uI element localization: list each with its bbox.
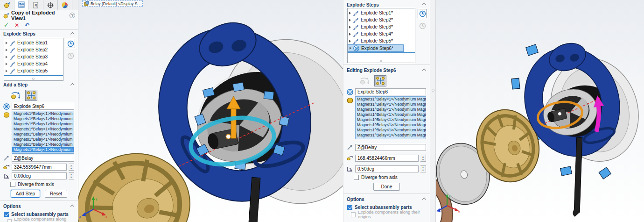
editing-step-section-header[interactable]: Editing Explode Step6 <box>343 66 430 74</box>
components-selection-list[interactable]: Magnets1^Belay<1>/Neodymium Magn Magnets… <box>12 111 74 154</box>
component-item[interactable]: Magnets1^Belay<1>/Neodymium Magn <box>12 116 74 122</box>
expand-arrow-icon[interactable] <box>349 19 351 21</box>
explode-step-row[interactable]: Explode Step3* <box>348 23 415 30</box>
explode-step-row[interactable]: Explode Step2 <box>4 46 63 53</box>
distance-spinner[interactable]: ▲▼ <box>420 155 426 162</box>
diverge-checkbox[interactable] <box>354 175 359 180</box>
left-viewport-canvas[interactable]: y x z <box>78 0 343 222</box>
step-name-input[interactable]: Explode Step6 <box>355 88 426 95</box>
select-subassembly-checkbox[interactable] <box>347 205 352 210</box>
explode-step-row[interactable]: Explode Step2* <box>348 16 415 23</box>
component-item[interactable]: Magnets1^Belay<1>/Neodymium Magn <box>356 128 426 133</box>
explode-steps-list[interactable]: Explode Step1* Explode Step2* Explode St… <box>347 8 415 63</box>
expand-arrow-icon[interactable] <box>6 70 7 72</box>
ok-icon[interactable]: ✓ <box>4 21 9 29</box>
splitter-handle-icon[interactable] <box>432 89 434 92</box>
distance-row: 324.55396477mm ▲▼ <box>0 163 78 172</box>
tab-exploded-view[interactable] <box>0 0 14 10</box>
distance-spinner[interactable]: ▲▼ <box>69 164 74 171</box>
select-subassembly-checkbox[interactable] <box>4 212 9 217</box>
angle-input[interactable]: 0.00deg <box>12 172 67 179</box>
insertion-line <box>348 52 415 53</box>
component-item[interactable]: Magnets1^Belay<1>/Neodymium Magn <box>356 107 426 112</box>
collapse-chevron-icon <box>70 83 74 86</box>
component-item[interactable]: Magnets1^Belay<1>/Neodymium Magn <box>356 117 426 122</box>
assembly-icon <box>84 1 89 6</box>
component-item[interactable]: Magnets1^Belay<1>/Neodymium Magn <box>12 137 74 142</box>
component-item[interactable]: Magnets1^Belay<1>/Neodymium Magn <box>12 142 74 147</box>
tab-configurations[interactable]: R <box>29 0 43 10</box>
component-item[interactable]: Magnets1^Belay<1>/Neodymium Magn <box>356 97 426 102</box>
explode-step-row[interactable]: Explode Step5* <box>348 37 415 44</box>
svg-text:z: z <box>79 215 81 218</box>
explode-step-row[interactable]: Explode Step4* <box>348 30 415 37</box>
explode-step-row[interactable]: Explode Step1 <box>4 39 63 46</box>
explode-step-stairs-icon <box>353 24 359 30</box>
radial-step-button[interactable] <box>25 90 37 101</box>
reset-button[interactable]: Reset <box>45 190 67 198</box>
diverge-from-axis-row[interactable]: Diverge from axis <box>0 180 78 188</box>
left-3d-viewport[interactable]: Belay (Default) <Display S... <box>78 0 343 222</box>
explode-step-row[interactable]: Explode Step4 <box>4 60 63 67</box>
component-item[interactable]: Magnets1^Belay<1>/Neodymium Magn <box>12 127 74 132</box>
explode-step-row[interactable]: Explode Step3 <box>4 53 63 60</box>
expand-arrow-icon[interactable] <box>6 49 7 51</box>
angle-input[interactable]: 0.50deg <box>355 165 419 172</box>
step-name-input[interactable]: Explode Step6 <box>12 103 74 110</box>
tab-dimxpert[interactable] <box>43 0 58 10</box>
component-item[interactable]: Magnets1^Belay<1>/Neodymium Magn <box>12 111 74 116</box>
reuse-step-button[interactable] <box>66 39 75 48</box>
direction-input[interactable]: Z@Belay <box>12 155 74 162</box>
tab-property-manager[interactable] <box>14 0 29 10</box>
expand-arrow-icon[interactable] <box>349 26 351 29</box>
diverge-checkbox[interactable] <box>10 182 15 187</box>
options-section-header[interactable]: Options <box>0 202 78 210</box>
assembly-tree-item[interactable]: Belay (Default) <Display S... <box>82 0 143 7</box>
right-3d-viewport[interactable]: y x z <box>436 0 644 222</box>
list-resize-handle[interactable] <box>32 78 35 80</box>
options-section-header[interactable]: Options <box>343 195 430 203</box>
components-selection-list[interactable]: Magnets1^Belay<1>/Neodymium Magn Magnets… <box>355 96 426 139</box>
expand-arrow-icon[interactable] <box>349 40 351 43</box>
expand-arrow-icon[interactable] <box>349 33 351 36</box>
add-step-button[interactable]: Add Step <box>11 190 40 198</box>
angle-spinner[interactable]: ▲▼ <box>69 172 74 179</box>
component-item[interactable]: Magnets1^Belay<1>/Neodymium Magn <box>12 132 74 137</box>
help-icon[interactable]: ? <box>70 13 75 18</box>
reuse-step-button[interactable] <box>418 9 427 18</box>
right-viewport-canvas[interactable]: y x z <box>436 0 644 222</box>
distance-input[interactable]: 324.55396477mm <box>12 164 67 171</box>
step-name-row: Explode Step6 <box>0 102 78 111</box>
direction-input[interactable]: Z@Belay <box>355 144 426 151</box>
expand-arrow-icon[interactable] <box>6 56 7 58</box>
regular-step-button[interactable] <box>9 90 21 101</box>
done-button[interactable]: Done <box>373 183 400 191</box>
expand-arrow-icon[interactable] <box>349 12 351 14</box>
angle-spinner[interactable]: ▲▼ <box>420 165 426 172</box>
list-resize-handle[interactable] <box>380 60 382 62</box>
cancel-icon[interactable]: ✕ <box>14 22 19 29</box>
diverge-from-axis-row[interactable]: Diverge from axis <box>343 173 430 181</box>
component-item[interactable]: Magnets1^Belay<1>/Neodymium Magn <box>356 133 426 138</box>
explode-step-row[interactable]: Explode Step5 <box>4 67 63 74</box>
expand-arrow-icon[interactable] <box>6 63 7 65</box>
expand-arrow-icon[interactable] <box>6 42 7 44</box>
step-buttons-row: Add Step Reset <box>0 188 78 199</box>
panel-splitter[interactable] <box>430 0 436 222</box>
explode-step-row[interactable]: Explode Step1* <box>348 9 415 16</box>
component-item[interactable]: Magnets1^Belay<1>/Neodymium Magn <box>356 112 426 117</box>
component-item-selected[interactable]: Magnets1^Belay<1>/Neodymium Magn <box>12 147 74 152</box>
component-item[interactable]: Magnets1^Belay<1>/Neodymium Magn <box>356 102 426 107</box>
explode-steps-section-header[interactable]: Explode Steps <box>0 30 78 38</box>
undo-icon[interactable]: ↶ <box>25 22 29 29</box>
explode-steps-section-header[interactable]: Explode Steps <box>343 0 430 8</box>
tab-display-manager[interactable] <box>58 0 72 10</box>
add-a-step-section-header[interactable]: Add a Step <box>0 81 78 89</box>
explode-step-row-selected[interactable]: Explode Step6* <box>348 44 404 52</box>
distance-input[interactable]: 168.45824466mm <box>355 155 419 162</box>
expand-arrow-icon[interactable] <box>350 47 351 50</box>
explode-steps-list[interactable]: Explode Step1 Explode Step2 Explode Step… <box>4 38 63 81</box>
radial-step-button[interactable] <box>374 75 386 86</box>
component-item[interactable]: Magnets1^Belay<1>/Neodymium Magn <box>356 122 426 128</box>
component-item[interactable]: Magnets1^Belay<1>/Neodymium Magn <box>12 122 74 127</box>
